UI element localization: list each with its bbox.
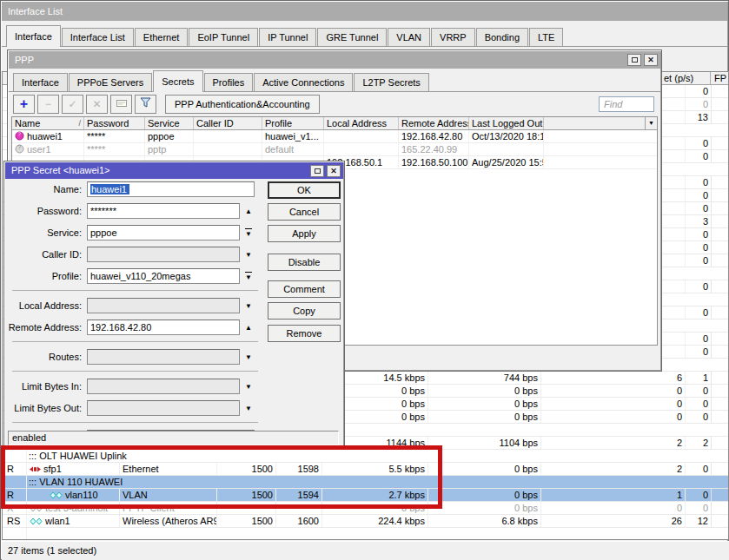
interface-row-test-3-adminolt[interactable]: Xtest 3-adminoltPPTP Client0 bps0 bps00 [3,502,728,515]
toolbar-plus-button[interactable]: + [13,95,35,114]
column-header-fp-tx-partial[interactable]: FP T [714,72,729,84]
cell-remote-address: 165.22.40.99 [399,143,469,155]
field-input-remote-address[interactable]: 192.168.42.80 [87,320,240,335]
ppp-tab-profiles[interactable]: Profiles [204,73,254,91]
field-input-name[interactable]: huawei1 [87,181,255,197]
interface-comment-row[interactable]: ::: VLAN 110 HUAWEI [3,476,728,489]
dialog-maximize-button[interactable] [310,165,324,177]
cell-fp-tx [712,241,728,254]
field-row-routes: Routes:▼ [5,349,266,365]
cell-flag: X [3,502,27,514]
interface-list-tab-vlan[interactable]: VLAN [388,28,430,46]
dropdown-icon[interactable]: ▼ [240,302,257,310]
column-header-last-logged-out[interactable]: Last Logged Out [469,117,544,129]
ppp-maximize-button[interactable] [627,54,641,66]
interface-list-titlebar[interactable]: Interface List [2,2,727,21]
interface-comment-row[interactable]: ::: OLT HUAWEI Uplink [3,450,728,463]
field-label: Local Address: [5,300,82,311]
field-label: Limit Bytes In: [5,381,82,392]
column-header-local-address[interactable]: Local Address [324,117,399,129]
dialog-titlebar[interactable]: PPP Secret <huawei1> ✕ [5,162,343,179]
ppp-tab-l2tp-secrets[interactable]: L2TP Secrets [354,73,428,91]
ppp-close-button[interactable]: ✕ [644,54,658,66]
column-header-caller-id[interactable]: Caller ID [194,117,262,129]
column-header-remote-address[interactable]: Remote Address [399,117,469,129]
toolbar-filter-button[interactable] [135,95,156,114]
interface-list-tab-vrrp[interactable]: VRRP [431,28,475,46]
interface-comment-row[interactable] [3,528,728,540]
toolbar-check-button[interactable]: ✓ [62,95,83,114]
interface-list-tab-ip-tunnel[interactable]: IP Tunnel [259,28,316,46]
apply-button[interactable]: Apply [268,225,341,242]
toolbar-comment-button[interactable] [110,95,132,114]
ppp-tab-active-connections[interactable]: Active Connections [254,73,353,91]
dropdown-load-icon[interactable]: ▼ [240,272,257,281]
column-header-password[interactable]: Password [84,117,145,129]
interface-list-tab-interface[interactable]: Interface [6,25,61,47]
dialog-close-button[interactable]: ✕ [327,165,341,177]
spinner-up-icon[interactable]: ▲ [240,324,257,332]
cancel-button[interactable]: Cancel [268,203,341,221]
ppp-tab-secrets[interactable]: Secrets [153,70,202,92]
interface-row-vlan110[interactable]: Rvlan110VLAN150015942.7 kbps0 bps10 [3,489,728,502]
spinner-up-icon[interactable]: ▲ [240,208,257,215]
interface-list-tab-lte[interactable]: LTE [529,28,563,46]
comment-button[interactable]: Comment [268,280,341,298]
ok-button[interactable]: OK [268,181,341,199]
dropdown-icon[interactable]: ▼ [240,251,257,259]
ppp-tab-interface[interactable]: Interface [13,73,68,91]
field-input-routes[interactable] [87,349,240,365]
cell-mtu: 1500 [217,515,276,527]
dropdown-icon[interactable]: ▼ [240,383,257,391]
field-input-password[interactable]: ******* [87,203,240,219]
interface-list-tab-ethernet[interactable]: Ethernet [135,28,189,46]
field-label: Password: [5,206,82,216]
field-input-limit-bytes-in[interactable] [87,379,240,394]
remove-button[interactable]: Remove [268,325,341,342]
interface-list-tab-interface-list[interactable]: Interface List [62,28,134,46]
column-select-dropdown-icon[interactable]: ▼ [645,117,657,129]
cell-l2mtu: 1594 [276,489,322,501]
cell-l2mtu [276,502,322,514]
dropdown-load-icon[interactable]: ▼ [240,228,257,238]
interface-list-tab-eoip-tunnel[interactable]: EoIP Tunnel [189,28,258,46]
cell-spacer [544,130,657,142]
cell-fp-tx [712,437,728,449]
cell-rxp: 13 [686,111,712,123]
field-label: Profile: [5,271,82,281]
toolbar-minus-button[interactable]: − [37,95,59,114]
column-header-rx-packet-partial[interactable]: et (p/s) [664,72,693,84]
ppp-tab-pppoe-servers[interactable]: PPPoE Servers [69,73,152,91]
cell-fp-tx [712,489,728,501]
column-header-name[interactable]: Name/ [12,117,84,129]
ppp-auth-accounting-button[interactable]: PPP Authentication&Accounting [165,95,320,114]
field-input-caller-id[interactable] [87,247,240,262]
field-input-profile[interactable]: huawei_v110_20megas [87,268,240,284]
cell-rxp: 1 [686,372,712,384]
ppp-secret-row-huawei1[interactable]: ?huawei1*****pppoehuawei_v1...192.168.42… [12,130,657,143]
column-header-service[interactable]: Service [145,117,194,129]
ppp-titlebar[interactable]: PPP ✕ [9,51,660,69]
svg-text:?: ? [17,131,21,137]
field-input-local-address[interactable] [87,298,240,313]
ppp-secrets-table-header: Name/PasswordServiceCaller IDProfileLoca… [12,117,657,130]
cell-last-logged-out: Oct/13/2020 18:17:06 [469,130,544,142]
column-header-profile[interactable]: Profile [262,117,324,129]
cell-caller-id [194,143,262,155]
cell-rxp: 0 [686,150,712,162]
dropdown-icon[interactable]: ▼ [240,353,257,361]
interface-list-tab-gre-tunnel[interactable]: GRE Tunnel [317,28,387,46]
cell-name: vlan110 [27,489,120,501]
disable-button[interactable]: Disable [268,254,341,271]
interface-row-sfp1[interactable]: Rsfp1Ethernet150015985.5 kbps0 bps20 [3,463,728,476]
field-input-limit-bytes-out[interactable] [87,400,240,416]
interface-list-tab-bonding[interactable]: Bonding [476,28,528,46]
field-input-service[interactable]: pppoe [87,225,240,240]
interface-row-wlan1[interactable]: RSwlan1Wireless (Atheros AR9...150016002… [3,515,728,528]
toolbar-cross-button[interactable]: ✕ [86,95,108,114]
dropdown-icon[interactable]: ▼ [240,405,257,412]
filter-icon [140,97,151,110]
ppp-secret-row-user1[interactable]: ?user1*****pptpdefault165.22.40.99 [12,143,657,156]
copy-button[interactable]: Copy [268,302,341,320]
find-input[interactable] [599,96,654,112]
